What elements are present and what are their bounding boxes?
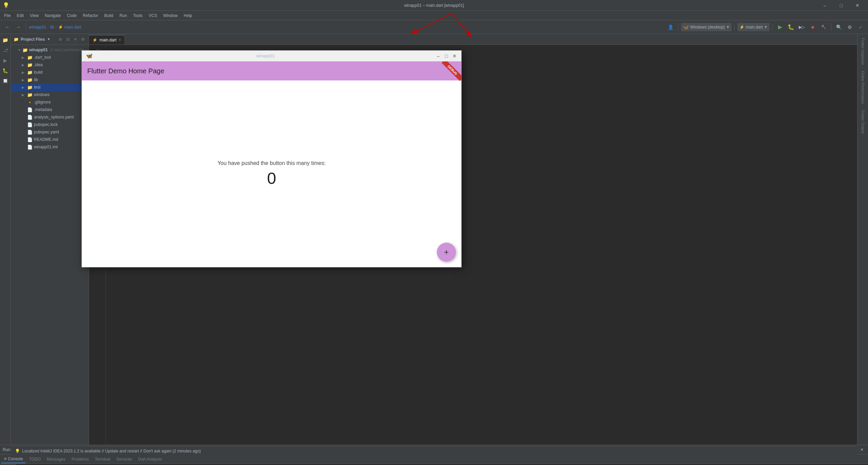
tree-item-dart-tool[interactable]: ▶ 📁 .dart_tool [11, 54, 89, 61]
minimize-button[interactable]: – [817, 0, 833, 11]
project-icon[interactable]: 📁 [1, 35, 10, 45]
console-tab-label: Console [8, 457, 23, 461]
menu-vcs[interactable]: VCS [146, 13, 160, 19]
tab-console[interactable]: ≡ Console [1, 455, 26, 463]
flutter-close-button[interactable]: ✕ [452, 53, 457, 59]
lock-file-icon: 📄 [27, 122, 33, 127]
tree-item-label: .dart_tool [34, 55, 51, 60]
flutter-app-logo: 🦋 [86, 53, 93, 59]
tab-dart-analysis[interactable]: Dart Analysis [135, 455, 165, 463]
run-button[interactable]: ▶ [775, 22, 785, 32]
problems-tab-label: Problems [72, 457, 89, 462]
window-title: winapp01 – main.dart [winapp01] [404, 3, 464, 8]
tree-item-metadata[interactable]: 📄 .metadata [11, 106, 89, 113]
run-text: Run: [3, 447, 11, 452]
extensions-icon[interactable]: 🔲 [1, 76, 10, 86]
yaml-file-icon: 📄 [27, 130, 33, 135]
search-button[interactable]: 🔍 [834, 22, 844, 32]
settings-button[interactable]: ⚙ [845, 22, 854, 32]
flutter-performance-label[interactable]: Flutter Performance [860, 68, 866, 107]
tree-item-winapp01[interactable]: ▼ 📁 winapp01 D:\MyCode\FlutterProject\wi… [11, 46, 89, 54]
menu-navigate[interactable]: Navigate [42, 13, 63, 19]
flutter-maximize-button[interactable]: □ [444, 53, 449, 59]
build-button[interactable]: 🔨 [819, 22, 828, 32]
notification-bar: 💡 Localized IntelliJ IDEA 2023.1.2 is av… [11, 446, 857, 455]
breadcrumb-sep: / [48, 25, 49, 30]
menu-refactor[interactable]: Refactor [80, 13, 101, 19]
menu-code[interactable]: Code [64, 13, 79, 19]
file-configuration[interactable]: ⚡ main.dart ▼ [737, 23, 770, 31]
tab-label: main.dart [99, 38, 116, 42]
close-panel-button[interactable]: ✕ [72, 36, 78, 42]
tree-item-analysis-options[interactable]: 📄 analysis_options.yaml [11, 113, 89, 121]
tree-item-test[interactable]: ▶ 📁 test [11, 83, 89, 91]
tab-todo[interactable]: TODO [26, 455, 43, 463]
tree-item-readme[interactable]: 📄 README.md [11, 136, 89, 143]
run-activity-icon[interactable]: ▶ [1, 56, 10, 65]
maximize-button[interactable]: □ [833, 0, 849, 11]
chevron-down-icon: ▼ [18, 48, 21, 52]
flutter-appbar-title: Flutter Demo Home Page [87, 67, 164, 75]
tree-item-iml[interactable]: 📄 winapp01.iml [11, 143, 89, 151]
title-bar-controls: – □ ✕ [817, 0, 865, 11]
flutter-inspector-label[interactable]: Flutter Inspector [860, 35, 866, 68]
flutter-minimize-button[interactable]: – [436, 53, 441, 59]
tree-item-lib[interactable]: ▶ 📁 lib [11, 76, 89, 83]
flutter-appbar: Flutter Demo Home Page [82, 61, 461, 80]
tree-item-idea[interactable]: ▶ 📁 .idea [11, 61, 89, 69]
tree-item-build[interactable]: ▶ 📁 build [11, 69, 89, 76]
back-button[interactable]: ← [3, 22, 12, 32]
menu-view[interactable]: View [27, 13, 41, 19]
tab-services[interactable]: Services [114, 455, 135, 463]
folder-icon-dart-tool: 📁 [27, 55, 33, 60]
tree-item-label: .idea [34, 62, 43, 67]
breadcrumb-file[interactable]: ⚡ main.dart [58, 25, 81, 30]
tab-problems[interactable]: Problems [69, 455, 92, 463]
flutter-fab[interactable]: + [437, 243, 456, 262]
locate-file-button[interactable]: ⊕ [57, 36, 63, 42]
editor-tabs: ⚡ main.dart ✕ [89, 34, 857, 45]
close-button[interactable]: ✕ [850, 0, 865, 11]
menu-help[interactable]: Help [181, 13, 195, 19]
chevron-right-icon: ▶ [22, 63, 26, 67]
settings-tree-button[interactable]: ⚙ [80, 36, 86, 42]
dart-icon: ⚡ [739, 25, 744, 30]
run-configuration[interactable]: 🦋 Windows (desktop) ▼ [681, 23, 732, 31]
breadcrumb-project[interactable]: winapp01 [29, 25, 46, 30]
run-panel-close[interactable]: ✕ [858, 446, 865, 453]
tree-item-windows[interactable]: ▶ 📁 windows [11, 91, 89, 98]
collapse-all-button[interactable]: ⊟ [65, 36, 71, 42]
git-icon[interactable]: ⎇ [1, 45, 10, 55]
menu-tools[interactable]: Tools [130, 13, 145, 19]
menu-window[interactable]: Window [161, 13, 181, 19]
run-with-coverage-button[interactable]: ▶▷ [797, 22, 807, 32]
debug-button[interactable]: 🐛 [786, 22, 796, 32]
tab-messages[interactable]: Messages [44, 455, 68, 463]
debug-activity-icon[interactable]: 🐛 [1, 66, 10, 75]
toolbar-separator-2 [678, 24, 678, 31]
todo-tab-label: TODO [29, 457, 41, 462]
forward-button[interactable]: → [14, 22, 23, 32]
dropdown-icon[interactable]: ▼ [47, 37, 50, 41]
profile-button[interactable]: 👤 [666, 22, 675, 32]
menu-build[interactable]: Build [101, 13, 116, 19]
tree-item-pubspec-yaml[interactable]: 📄 pubspec.yaml [11, 128, 89, 136]
tab-close-button[interactable]: ✕ [118, 38, 121, 42]
menu-edit[interactable]: Edit [14, 13, 26, 19]
tab-terminal[interactable]: Terminal [92, 455, 113, 463]
notification-icon: 💡 [15, 449, 20, 453]
tree-item-pubspec-lock[interactable]: 📄 pubspec.lock [11, 121, 89, 128]
right-sidebar: Flutter Inspector Flutter Performance Fl… [857, 34, 868, 445]
menu-file[interactable]: File [1, 13, 13, 19]
flutter-outline-label[interactable]: Flutter Outline [860, 108, 866, 136]
menu-run[interactable]: Run [117, 13, 130, 19]
chevron-right-icon: ▶ [22, 93, 26, 97]
tree-item-label: pubspec.lock [34, 122, 58, 127]
tree-item-gitignore[interactable]: 🔸 .gitignore [11, 98, 89, 106]
checkmark-button[interactable]: ✓ [856, 22, 865, 32]
tab-main-dart[interactable]: ⚡ main.dart ✕ [89, 35, 125, 44]
toolbar-separator-3 [734, 24, 735, 31]
breadcrumb-lib[interactable]: lib [50, 25, 54, 30]
stop-button[interactable]: ■ [808, 22, 817, 32]
folder-icon-windows: 📁 [27, 92, 33, 97]
